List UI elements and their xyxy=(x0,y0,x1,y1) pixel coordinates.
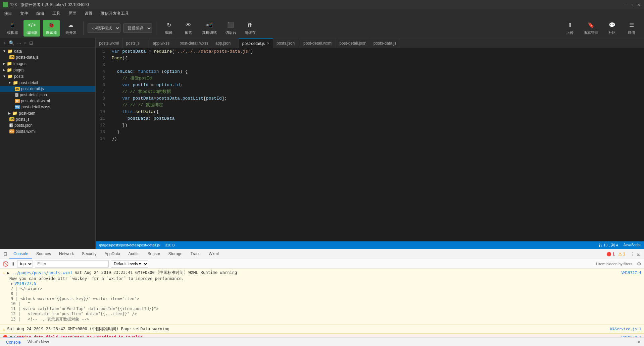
menu-item-工具[interactable]: 工具 xyxy=(51,10,62,17)
file-post-detail-wxss[interactable]: wx post-detail.wxss xyxy=(0,104,95,110)
warning-source-link-2[interactable]: VM19727:5 xyxy=(14,281,36,286)
backend-button[interactable]: ⬛ 切后台 xyxy=(222,20,239,37)
file-post-detail-js[interactable]: JS post-detail.js xyxy=(0,86,95,92)
clear-console-icon[interactable]: 🚫 xyxy=(3,261,8,267)
tab-app-wxss[interactable]: app.wxss xyxy=(149,38,176,48)
tab-console[interactable]: Console xyxy=(9,249,32,259)
menu-item-文件[interactable]: 文件 xyxy=(19,10,30,17)
folder-pages[interactable]: ▶ 📁 pages xyxy=(0,67,95,73)
sort-button[interactable]: ≡ xyxy=(23,40,27,46)
chevron-right-icon-3: ▶ xyxy=(8,111,11,115)
devtools-dock-icon[interactable]: ⊡ xyxy=(637,251,641,257)
detail-button[interactable]: ☰ 详情 xyxy=(623,20,640,37)
tab-app-json[interactable]: app.json xyxy=(212,38,239,48)
tab-security[interactable]: Security xyxy=(78,249,100,259)
warning-source-3[interactable]: WAService.js:1 xyxy=(610,327,641,331)
titlebar: 123 - 微信开发者工具 Stable v1.02.1904090 ─ □ ✕ xyxy=(0,0,644,9)
tab-close-post-detail-js[interactable]: ✕ xyxy=(267,42,269,45)
search-sidebar-button[interactable]: 🔍 xyxy=(8,40,15,46)
cloud-button[interactable]: ☁ 云开发 xyxy=(62,20,79,37)
tab-posts-json[interactable]: posts.json xyxy=(273,38,300,48)
backend-icon: ⬛ xyxy=(227,21,235,29)
tab-wxml[interactable]: Wxml xyxy=(205,249,223,259)
file-posts-js[interactable]: JS posts.js xyxy=(0,116,95,122)
menu-item-微信开发者工具[interactable]: 微信开发者工具 xyxy=(99,10,130,17)
folder-posts[interactable]: ▼ 📁 posts xyxy=(0,73,95,79)
upload-button[interactable]: ⬆ 上传 xyxy=(561,20,578,37)
warning-header-1: ⚠ ▶ ../pages/posts/posts.wxml Sat Aug 24… xyxy=(3,270,641,276)
community-button[interactable]: 💬 社区 xyxy=(604,20,621,37)
clear-button[interactable]: 🗑 清缓存 xyxy=(242,20,258,37)
tab-audits[interactable]: Audits xyxy=(124,249,143,259)
maximize-button[interactable]: □ xyxy=(629,2,635,7)
tab-sources[interactable]: Sources xyxy=(32,249,55,259)
tab-network[interactable]: Network xyxy=(55,249,78,259)
file-post-detail-wxml[interactable]: <> post-detail.wxml xyxy=(0,98,95,104)
collapse-button[interactable]: ⊟ xyxy=(29,40,34,46)
status-right: 行 13，列 4 JavaScript xyxy=(599,243,641,248)
refresh-button[interactable]: ↻ 编译 xyxy=(160,20,177,37)
folder-data[interactable]: ▼ 📁 data xyxy=(0,48,95,54)
editor-area: posts.wxml posts.js app.wxss post-detail… xyxy=(96,38,644,249)
menu-item-项目[interactable]: 项目 xyxy=(3,10,13,17)
warning-file-link-1[interactable]: ▶ ../pages/posts/posts.wxml xyxy=(7,271,72,275)
minimize-button[interactable]: ─ xyxy=(623,2,628,7)
menu-item-界面[interactable]: 界面 xyxy=(67,10,78,17)
bottom-tab-whats-new[interactable]: What's New xyxy=(24,338,52,346)
console-settings-icon[interactable]: ⚙ xyxy=(637,261,641,267)
debugger-button[interactable]: 🐞 调试器 xyxy=(43,20,60,37)
filter-input[interactable] xyxy=(35,260,109,268)
tab-trace[interactable]: Trace xyxy=(187,249,205,259)
cloud-icon: ☁ xyxy=(67,21,75,29)
bottom-close-button[interactable]: ✕ xyxy=(637,339,641,345)
devtools-more-icon[interactable]: ⋮ xyxy=(630,251,635,257)
code-line-1: 1 var postsData = require('../../../data… xyxy=(96,48,644,55)
folder-post-item[interactable]: ▶ 📁 post-item xyxy=(0,110,95,116)
bottom-tab-console[interactable]: Console xyxy=(3,338,24,346)
code-line-6: 6 var postId = option.id; xyxy=(96,82,644,89)
folder-images[interactable]: ▶ 📁 images xyxy=(0,60,95,67)
tab-posts-wxml[interactable]: posts.wxml xyxy=(96,38,122,48)
simulator-button[interactable]: 📱 模拟器 xyxy=(4,20,21,37)
file-posts-data-js[interactable]: JS posts-data.js xyxy=(0,54,95,60)
code-line-11: 11 postData: postData xyxy=(96,115,644,122)
close-button[interactable]: ✕ xyxy=(636,2,641,7)
file-post-detail-json[interactable]: {} post-detail.json xyxy=(0,92,95,98)
tab-posts-js[interactable]: posts.js xyxy=(122,38,149,48)
mode-select[interactable]: 小程序模式 xyxy=(88,23,120,33)
compile-select[interactable]: 普通编译 xyxy=(123,23,152,33)
level-select[interactable]: Default levels ▾ xyxy=(111,260,148,268)
sidebar: + 🔍 ··· ≡ ⊟ ▼ 📁 data JS posts-data.js ▶ xyxy=(0,38,96,249)
tab-post-detail-json[interactable]: post-detail.json xyxy=(336,38,370,48)
menu-item-设置[interactable]: 设置 xyxy=(83,10,94,17)
devtools-icons: 🔴 1 ⚠ 1 ⋮ ⊡ xyxy=(604,251,643,257)
tab-post-detail-js[interactable]: post-detail.js ✕ xyxy=(239,38,273,48)
title-text: 123 - 微信开发者工具 Stable v1.02.1904090 xyxy=(10,2,623,8)
devtools-panel-toggle[interactable]: ⊟ xyxy=(1,249,9,259)
new-file-button[interactable]: + xyxy=(3,40,7,46)
code-editor[interactable]: 1 var postsData = require('../../../data… xyxy=(96,48,644,241)
line-col: 行 13，列 4 xyxy=(599,243,618,248)
preview-button[interactable]: 👁 预览 xyxy=(180,20,197,37)
editor-tabs: posts.wxml posts.js app.wxss post-detail… xyxy=(96,38,644,48)
warning-header-2: ⚠ Sat Aug 24 2019 23:23:42 GMT+0800 (中国标… xyxy=(3,326,641,332)
context-select[interactable]: top xyxy=(17,260,33,268)
tab-appdata[interactable]: AppData xyxy=(100,249,124,259)
tab-sensor[interactable]: Sensor xyxy=(144,249,164,259)
tab-storage[interactable]: Storage xyxy=(164,249,187,259)
file-posts-json[interactable]: {} posts.json xyxy=(0,122,95,128)
editor-button[interactable]: </> 编辑器 xyxy=(23,20,40,37)
more-button[interactable]: ··· xyxy=(16,40,22,46)
tab-posts-data-js[interactable]: posts-data.js xyxy=(370,38,400,48)
tab-post-detail-wxss[interactable]: post-detail.wxss xyxy=(176,38,212,48)
menu-item-编辑[interactable]: 编辑 xyxy=(35,10,46,17)
folder-post-detail[interactable]: ▼ 📁 post-detail xyxy=(0,79,95,86)
version-button[interactable]: 🔖 版本管理 xyxy=(581,20,601,37)
realdev-button[interactable]: 📲 真机调试 xyxy=(199,20,219,37)
pause-on-exceptions-icon[interactable]: ⏸ xyxy=(10,261,15,267)
community-icon: 💬 xyxy=(608,21,616,29)
tab-post-detail-wxml[interactable]: post-detail.wxml xyxy=(300,38,336,48)
file-posts-wxml[interactable]: <> posts.wxml xyxy=(0,128,95,134)
warning-source-1[interactable]: VM19727:4 xyxy=(621,271,641,275)
status-bar: /pages/posts/post-detail/post-detail.js … xyxy=(96,241,644,249)
